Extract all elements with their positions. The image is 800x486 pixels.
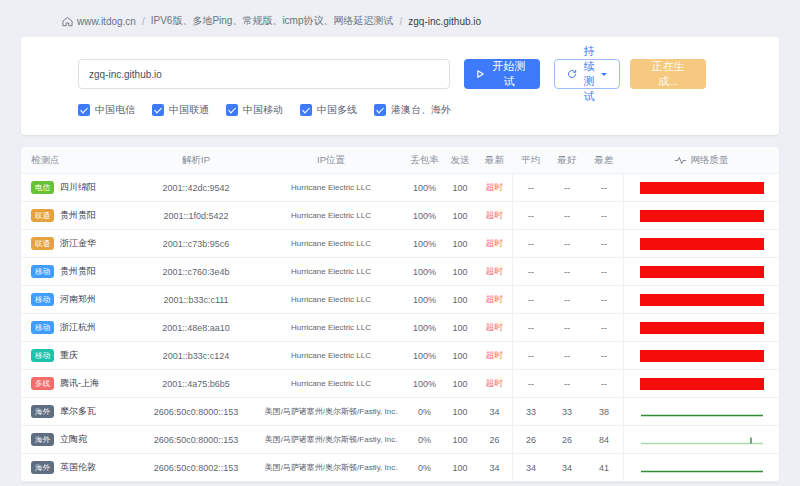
worst-cell: --: [585, 379, 623, 389]
network-quality-graph: [624, 342, 779, 369]
avg-cell: 33: [512, 398, 549, 425]
chevron-down-icon: [601, 73, 607, 79]
network-quality-graph: [624, 314, 779, 341]
network-quality-graph: [624, 230, 779, 257]
breadcrumb-home-link[interactable]: www.itdog.cn: [62, 16, 136, 27]
ip-cell: 2606:50c0:8000::153: [136, 407, 256, 417]
quality-cell: [623, 230, 779, 257]
avg-cell: --: [512, 370, 549, 397]
location-cell: Hurricane Electric LLC: [256, 211, 406, 220]
checkbox-checked-icon: [300, 104, 312, 116]
quality-line-green: [640, 461, 764, 475]
quality-cell: [623, 426, 779, 453]
node-city-label: 四川绵阳: [60, 181, 96, 194]
sent-cell: 100: [443, 435, 477, 445]
worst-cell: --: [585, 267, 623, 277]
quality-cell: [623, 454, 779, 481]
sent-cell: 100: [443, 239, 477, 249]
avg-cell: --: [512, 258, 549, 285]
worst-cell: --: [585, 183, 623, 193]
breadcrumb-separator: /: [400, 16, 403, 27]
latest-cell: 超时: [477, 181, 512, 194]
start-test-button[interactable]: 开始测试: [464, 59, 540, 89]
worst-cell: 84: [585, 435, 623, 445]
loss-cell: 100%: [406, 239, 443, 249]
node-city-label: 浙江杭州: [60, 321, 96, 334]
network-quality-graph: [624, 174, 779, 201]
node-cell: 海外摩尔多瓦: [21, 405, 136, 418]
quality-cell: [623, 258, 779, 285]
checkbox-label: 中国多线: [317, 103, 357, 117]
carrier-badge: 电信: [31, 181, 54, 194]
avg-cell: --: [512, 314, 549, 341]
node-city-label: 贵州贵阳: [60, 209, 96, 222]
worst-cell: --: [585, 211, 623, 221]
carrier-checkbox-0[interactable]: 中国电信: [78, 103, 135, 117]
loss-cell: 100%: [406, 379, 443, 389]
node-city-label: 重庆: [60, 349, 78, 362]
breadcrumb: www.itdog.cn / IPV6版、多地Ping、常规版、icmp协议、网…: [0, 0, 800, 31]
header-avg: 平均: [512, 147, 549, 173]
sent-cell: 100: [443, 379, 477, 389]
quality-cell: [623, 342, 779, 369]
carrier-checkbox-3[interactable]: 中国多线: [300, 103, 357, 117]
header-sent: 发送: [443, 154, 477, 167]
node-city-label: 浙江金华: [60, 237, 96, 250]
loss-cell: 0%: [406, 407, 443, 417]
sent-cell: 100: [443, 267, 477, 277]
location-cell: Hurricane Electric LLC: [256, 295, 406, 304]
table-body: 电信四川绵阳2001::42dc:9542Hurricane Electric …: [21, 174, 779, 482]
quality-bar-red: [640, 350, 764, 362]
node-city-label: 立陶宛: [60, 433, 87, 446]
location-cell: Hurricane Electric LLC: [256, 239, 406, 248]
header-quality: 网络质量: [623, 147, 779, 173]
generating-label: 正在生成...: [642, 59, 694, 89]
activity-icon: [674, 156, 687, 165]
node-cell: 联通贵州贵阳: [21, 209, 136, 222]
carrier-badge: 联通: [31, 209, 54, 222]
continuous-test-button[interactable]: 持续测试: [554, 59, 620, 89]
quality-bar-red: [640, 266, 764, 278]
latest-cell: 34: [477, 463, 512, 473]
worst-cell: --: [585, 351, 623, 361]
location-cell: Hurricane Electric LLC: [256, 351, 406, 360]
table-header-row: 检测点 解析IP IP位置 丢包率 发送 最新 平均 最好 最差 网络质量: [21, 147, 779, 174]
worst-cell: --: [585, 323, 623, 333]
worst-cell: --: [585, 239, 623, 249]
best-cell: 33: [549, 407, 585, 417]
worst-cell: 41: [585, 463, 623, 473]
ip-cell: 2001::4a75:b6b5: [136, 379, 256, 389]
carrier-badge: 移动: [31, 321, 54, 334]
checkbox-label: 中国联通: [169, 103, 209, 117]
best-cell: --: [549, 351, 585, 361]
location-cell: Hurricane Electric LLC: [256, 183, 406, 192]
location-cell: 美国/马萨诸塞州/奥尔斯顿/Fastly, Inc.: [256, 462, 406, 473]
network-quality-graph: [624, 426, 779, 453]
best-cell: 34: [549, 463, 585, 473]
target-host-input[interactable]: [78, 59, 450, 89]
best-cell: 26: [549, 435, 585, 445]
carrier-checkbox-4[interactable]: 港澳台、海外: [374, 103, 451, 117]
quality-cell: [623, 370, 779, 397]
checkbox-label: 中国电信: [95, 103, 135, 117]
breadcrumb-site-label: www.itdog.cn: [77, 16, 136, 27]
ip-cell: 2001::1f0d:5422: [136, 211, 256, 221]
quality-bar-red: [640, 210, 764, 222]
table-row: 电信四川绵阳2001::42dc:9542Hurricane Electric …: [21, 174, 779, 202]
breadcrumb-separator: /: [142, 16, 145, 27]
ip-cell: 2001::b33c:c111: [136, 295, 256, 305]
carrier-checkbox-2[interactable]: 中国移动: [226, 103, 283, 117]
carrier-badge: 海外: [31, 461, 54, 474]
carrier-checkbox-group: 中国电信中国联通中国移动中国多线港澳台、海外: [78, 103, 759, 117]
ip-cell: 2606:50c0:8000::153: [136, 435, 256, 445]
breadcrumb-path-label: IPV6版、多地Ping、常规版、icmp协议、网络延迟测试: [151, 14, 394, 28]
node-cell: 多线腾讯-上海: [21, 377, 136, 390]
loss-cell: 100%: [406, 211, 443, 221]
checkbox-label: 中国移动: [243, 103, 283, 117]
carrier-checkbox-1[interactable]: 中国联通: [152, 103, 209, 117]
best-cell: --: [549, 379, 585, 389]
checkbox-checked-icon: [78, 104, 90, 116]
avg-cell: --: [512, 286, 549, 313]
generating-button[interactable]: 正在生成...: [630, 59, 706, 89]
header-loss: 丢包率: [406, 154, 443, 167]
